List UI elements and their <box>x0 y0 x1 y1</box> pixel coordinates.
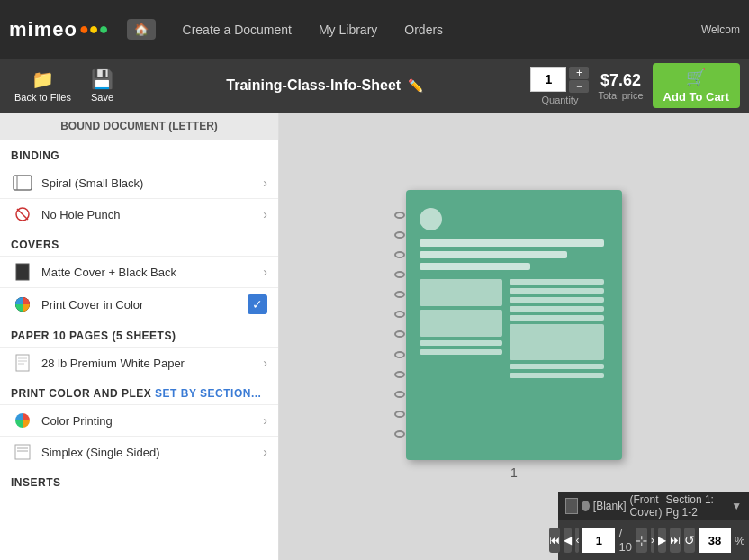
matte-cover-label: Matte Cover + Black Back <box>41 266 263 279</box>
color-printing-label: Color Printing <box>41 414 263 428</box>
preview-small-line-9 <box>510 373 604 378</box>
zoom-input[interactable] <box>699 528 731 553</box>
page-number: 1 <box>510 465 518 480</box>
cart-icon: 🛒 <box>686 68 706 87</box>
edit-title-icon[interactable]: ✏️ <box>408 78 423 93</box>
orders-link[interactable]: Orders <box>404 23 443 37</box>
first-page-button[interactable]: ⏮ <box>549 528 560 553</box>
front-cover-label: (Front Cover) <box>630 493 663 519</box>
svg-rect-0 <box>14 176 32 190</box>
svg-rect-4 <box>16 264 29 280</box>
paper-label: 28 lb Premium White Paper <box>41 357 263 370</box>
my-library-link[interactable]: My Library <box>319 23 377 37</box>
home-button[interactable]: 🏠 <box>127 19 156 40</box>
back-icon: 📁 <box>32 68 54 90</box>
color-printing-option[interactable]: Color Printing › <box>0 404 278 436</box>
preview-small-line-6 <box>510 306 604 312</box>
add-to-cart-button[interactable]: 🛒 Add To Cart <box>653 63 740 108</box>
preview-small-line-8 <box>510 364 604 369</box>
back-to-files-button[interactable]: 📁 Back to Files <box>9 65 77 106</box>
home-icon: 🏠 <box>134 23 149 36</box>
simplex-label: Simplex (Single Sided) <box>41 446 263 459</box>
preview-line-2 <box>420 251 567 258</box>
preview-line-1 <box>420 239 604 247</box>
print-cover-checkbox[interactable]: ✓ <box>248 294 267 314</box>
step-forward-button[interactable]: › <box>651 528 654 553</box>
matte-cover-arrow-icon: › <box>263 265 267 279</box>
back-to-files-label: Back to Files <box>14 92 71 103</box>
bottom-blank-label: [Blank] <box>593 500 627 512</box>
preview-columns <box>420 279 604 442</box>
sidebar-header: BOUND DOCUMENT (LETTER) <box>0 113 278 140</box>
print-color-section-title: PRINT COLOR AND PLEX SET BY SECTION... <box>0 378 278 404</box>
quantity-input[interactable] <box>530 67 566 92</box>
rotate-button[interactable]: ↺ <box>684 528 695 553</box>
spiral-option[interactable]: Spiral (Small Black) › <box>0 167 278 198</box>
paper-arrow-icon: › <box>263 356 267 370</box>
price-area: $7.62 Total price <box>598 71 643 101</box>
section-chevron-icon[interactable]: ▼ <box>731 500 742 512</box>
quantity-buttons: + − <box>569 67 589 93</box>
print-cover-label: Print Cover in Color <box>41 298 248 312</box>
preview-block-2 <box>420 310 502 337</box>
last-page-button[interactable]: ⏭ <box>670 528 681 553</box>
set-by-section-link[interactable]: SET BY SECTION... <box>155 387 261 400</box>
print-cover-option[interactable]: Print Cover in Color ✓ <box>0 287 278 321</box>
spiral-icon <box>11 174 34 192</box>
svg-rect-10 <box>15 445 30 459</box>
print-cover-icon <box>11 295 34 313</box>
page-total: / 10 <box>618 527 631 554</box>
simplex-arrow-icon: › <box>263 445 267 459</box>
preview-area: 1 [Blank] (Front Cover) Section 1: Pg 1-… <box>279 113 749 560</box>
pagination-bar: ⏮ ◀ ‹ / 10 ⊹ › ▶ ⏭ ↺ % ⊞ <box>558 520 749 560</box>
color-printing-arrow-icon: › <box>263 413 267 428</box>
quantity-decrease-button[interactable]: − <box>569 80 589 93</box>
sidebar: BOUND DOCUMENT (LETTER) BINDING Spiral (… <box>0 113 279 560</box>
document-title: Training-Class-Info-Sheet <box>226 77 401 94</box>
step-back-button[interactable]: ‹ <box>575 528 579 553</box>
svg-rect-6 <box>16 355 29 371</box>
spiral-binding <box>393 199 406 451</box>
logo-text: mimeo <box>9 18 77 41</box>
top-navigation: mimeo●●● 🏠 Create a Document My Library … <box>0 0 749 59</box>
matte-cover-option[interactable]: Matte Cover + Black Back › <box>0 256 278 287</box>
save-button[interactable]: 💾 Save <box>86 65 119 106</box>
preview-col-left <box>420 279 502 442</box>
preview-small-line-4 <box>510 288 604 294</box>
quantity-increase-button[interactable]: + <box>569 67 589 79</box>
preview-line-3 <box>420 263 530 270</box>
cursor-button[interactable]: ⊹ <box>636 528 647 553</box>
toolbar: 📁 Back to Files 💾 Save Training-Class-In… <box>0 59 749 113</box>
create-document-link[interactable]: Create a Document <box>183 23 292 37</box>
preview-small-line-7 <box>510 315 604 321</box>
save-icon: 💾 <box>91 68 113 90</box>
main-content: BOUND DOCUMENT (LETTER) BINDING Spiral (… <box>0 113 749 560</box>
save-label: Save <box>91 92 113 103</box>
preview-small-line-2 <box>420 349 502 355</box>
simplex-option[interactable]: Simplex (Single Sided) › <box>0 436 278 467</box>
preview-block-3 <box>510 324 604 360</box>
preview-block-1 <box>420 279 502 306</box>
no-hole-punch-label: No Hole Punch <box>41 208 263 221</box>
paper-option[interactable]: 28 lb Premium White Paper › <box>0 347 278 378</box>
no-hole-punch-option[interactable]: No Hole Punch › <box>0 198 278 230</box>
document-title-area: Training-Class-Info-Sheet ✏️ <box>128 77 521 94</box>
next-page-button[interactable]: ▶ <box>658 528 666 553</box>
price-label: Total price <box>598 90 643 101</box>
preview-circle <box>420 208 442 230</box>
no-hole-punch-icon <box>11 205 34 223</box>
simplex-icon <box>11 443 34 461</box>
add-to-cart-label: Add To Cart <box>663 90 729 104</box>
welcome-text: Welcom <box>701 23 740 36</box>
section-label: Section 1: Pg 1-2 <box>666 493 728 519</box>
paper-section-title: PAPER 10 PAGES (5 SHEETS) <box>0 321 278 347</box>
doc-content <box>406 190 622 460</box>
page-input[interactable] <box>582 528 615 553</box>
no-hole-punch-arrow-icon: › <box>263 207 267 221</box>
logo-dots: ●●● <box>79 20 109 39</box>
blank-box[interactable] <box>565 498 578 514</box>
document-preview <box>406 190 622 460</box>
prev-page-button[interactable]: ◀ <box>564 528 572 553</box>
spiral-label: Spiral (Small Black) <box>41 176 263 190</box>
preview-col-right <box>510 279 604 442</box>
